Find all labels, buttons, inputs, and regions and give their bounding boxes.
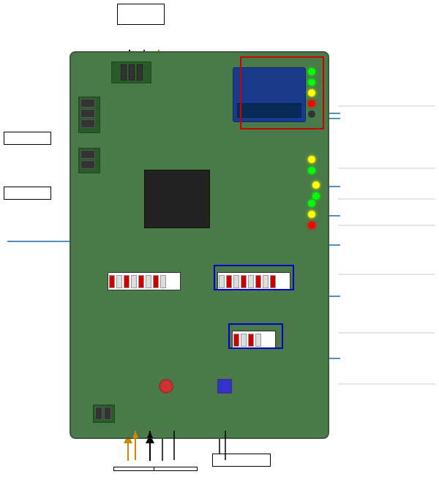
leds-status xyxy=(307,199,320,236)
dip1-sw4[interactable] xyxy=(131,275,137,288)
led-status-3 xyxy=(308,222,315,229)
main-cpu-chip xyxy=(144,170,210,228)
data-port-485-label xyxy=(4,187,51,200)
pcb-background xyxy=(70,51,329,439)
reset-button[interactable] xyxy=(159,379,173,394)
reset-button-label xyxy=(154,467,198,471)
dip1-sw8[interactable] xyxy=(160,275,166,288)
led-wireless-1 xyxy=(312,181,320,189)
isp-button-label xyxy=(212,454,271,467)
sa3-dip-outline xyxy=(228,323,283,349)
dip1-sw7[interactable] xyxy=(153,275,159,288)
dip-switch-sa1[interactable] xyxy=(108,272,181,290)
led-status-1 xyxy=(308,200,315,207)
power-connector xyxy=(93,405,115,423)
program-port-label xyxy=(117,4,165,25)
dip1-sw3[interactable] xyxy=(124,275,130,288)
led-wired-2 xyxy=(308,167,315,174)
data-485-connector xyxy=(78,148,100,173)
leds-wireless-comm xyxy=(312,181,320,200)
pcb-board xyxy=(70,51,329,439)
prog-header xyxy=(111,61,151,83)
dip1-sw1[interactable] xyxy=(109,275,115,288)
data-232-connector xyxy=(78,97,100,133)
led-status-2 xyxy=(308,211,315,218)
data-port-232-label xyxy=(4,132,51,145)
leds-wired-comm xyxy=(307,155,320,184)
dip1-sw6[interactable] xyxy=(146,275,151,288)
radio-leds-outline xyxy=(240,56,324,129)
sa2-dip-outline xyxy=(214,265,294,290)
rf-text xyxy=(145,170,209,175)
isp-en-button[interactable] xyxy=(217,379,232,394)
dip1-sw5[interactable] xyxy=(138,275,144,288)
led-wired-1 xyxy=(308,156,315,163)
dip1-sw2[interactable] xyxy=(116,275,122,288)
